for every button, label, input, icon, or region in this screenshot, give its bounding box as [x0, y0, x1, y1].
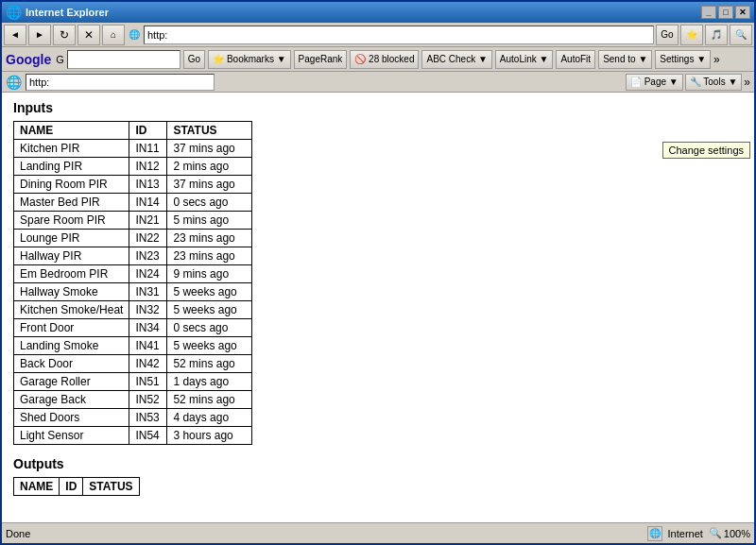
refresh-btn2[interactable]: ⭐	[680, 25, 703, 45]
table-cell: 5 mins ago	[167, 212, 252, 230]
table-cell: 52 mins ago	[167, 391, 252, 409]
table-row: Master Bed PIRIN140 secs ago	[14, 194, 252, 212]
table-cell: IN21	[129, 212, 167, 230]
window-title: Internet Explorer	[26, 7, 109, 18]
address-input[interactable]	[147, 29, 650, 41]
address-label: 🌐	[129, 29, 140, 40]
expand-links-icon: »	[744, 76, 750, 89]
table-cell: IN34	[129, 319, 167, 337]
table-row: Spare Room PIRIN215 mins ago	[14, 212, 252, 230]
expand-icon: »	[713, 53, 720, 66]
table-cell: 37 mins ago	[167, 140, 252, 158]
table-cell: Shed Doors	[14, 409, 129, 427]
address-bar[interactable]	[144, 26, 654, 44]
table-cell: IN41	[129, 337, 167, 355]
stop-button[interactable]: ✕	[77, 25, 100, 45]
table-cell: Garage Roller	[14, 373, 129, 391]
autofit-button[interactable]: AutoFit	[556, 50, 595, 69]
table-cell: Kitchen Smoke/Heat	[14, 301, 129, 319]
table-cell: Landing Smoke	[14, 337, 129, 355]
send-button[interactable]: Send to ▼	[598, 50, 652, 69]
table-row: Back DoorIN4252 mins ago	[14, 355, 252, 373]
check-button[interactable]: ABC Check ▼	[421, 50, 491, 69]
status-left: Done	[6, 528, 30, 539]
home-button[interactable]: ⌂	[102, 25, 125, 45]
table-cell: Back Door	[14, 355, 129, 373]
table-cell: Lounge PIR	[14, 230, 129, 247]
table-cell: 5 weeks ago	[167, 337, 252, 355]
table-cell: 3 hours ago	[167, 427, 252, 445]
table-cell: Dining Room PIR	[14, 176, 129, 194]
table-row: Shed DoorsIN534 days ago	[14, 409, 252, 427]
table-cell: 52 mins ago	[167, 355, 252, 373]
zoom-label: 🔍	[709, 527, 722, 539]
title-bar-icon: 🌐 Internet Explorer	[6, 5, 109, 20]
table-cell: Front Door	[14, 319, 129, 337]
go-button[interactable]: Go	[656, 25, 679, 45]
table-row: Hallway PIRIN2323 mins ago	[14, 247, 252, 265]
table-row: Garage RollerIN511 days ago	[14, 373, 252, 391]
google-search-input[interactable]	[67, 50, 180, 69]
table-cell: 0 secs ago	[167, 194, 252, 212]
maximize-button[interactable]: □	[718, 6, 733, 19]
blocked-button[interactable]: 🚫 28 blocked	[350, 50, 419, 69]
table-cell: IN24	[129, 265, 167, 283]
table-cell: IN12	[129, 158, 167, 176]
close-button[interactable]: ✕	[735, 6, 750, 19]
title-bar: 🌐 Internet Explorer _ □ ✕	[2, 2, 754, 23]
done-label: Done	[6, 528, 30, 539]
forward-button[interactable]: ►	[28, 25, 51, 45]
network-icon: 🌐	[647, 526, 662, 541]
back-button[interactable]: ◄	[4, 25, 26, 45]
table-cell: 4 days ago	[167, 409, 252, 427]
minimize-button[interactable]: _	[701, 6, 716, 19]
table-cell: 5 weeks ago	[167, 301, 252, 319]
google-bookmarks-button[interactable]: ⭐ Bookmarks ▼	[208, 50, 290, 69]
out-col-header-status: STATUS	[83, 478, 139, 496]
table-cell: IN42	[129, 355, 167, 373]
col-header-id: ID	[129, 122, 167, 140]
links-input[interactable]	[26, 74, 215, 91]
window-controls: _ □ ✕	[701, 6, 750, 19]
table-row: Garage BackIN5252 mins ago	[14, 391, 252, 409]
table-cell: IN53	[129, 409, 167, 427]
table-cell: 9 mins ago	[167, 265, 252, 283]
table-row: Lounge PIRIN2223 mins ago	[14, 230, 252, 247]
pagerank-button[interactable]: PageRank	[294, 50, 348, 69]
tools-button[interactable]: 🔧 Tools ▼	[685, 74, 743, 91]
inputs-section-title: Inputs	[13, 100, 743, 115]
google-go-button[interactable]: Go	[183, 50, 205, 69]
table-cell: Hallway PIR	[14, 247, 129, 265]
settings-button[interactable]: Settings ▼	[655, 50, 711, 69]
google-logo: Google	[6, 52, 51, 67]
table-row: Light SensorIN543 hours ago	[14, 427, 252, 445]
col-header-status: STATUS	[167, 122, 252, 140]
table-cell: IN11	[129, 140, 167, 158]
table-row: Landing PIRIN122 mins ago	[14, 158, 252, 176]
google-toolbar: Google G Go ⭐ Bookmarks ▼ PageRank 🚫 28 …	[2, 47, 754, 72]
internet-label: Internet	[668, 528, 703, 539]
table-row: Kitchen Smoke/HeatIN325 weeks ago	[14, 301, 252, 319]
table-cell: Spare Room PIR	[14, 212, 129, 230]
table-row: Hallway SmokeIN315 weeks ago	[14, 283, 252, 301]
table-row: Em Bedroom PIRIN249 mins ago	[14, 265, 252, 283]
table-cell: Kitchen PIR	[14, 140, 129, 158]
content-area: Inputs NAME ID STATUS Kitchen PIRIN1137 …	[2, 93, 754, 522]
page-button[interactable]: 📄 Page ▼	[626, 74, 683, 91]
refresh-button[interactable]: ↻	[53, 25, 76, 45]
table-cell: Light Sensor	[14, 427, 129, 445]
table-row: Dining Room PIRIN1337 mins ago	[14, 176, 252, 194]
table-cell: 1 days ago	[167, 373, 252, 391]
search-button[interactable]: 🔍	[730, 25, 752, 45]
outputs-section-title: Outputs	[13, 456, 743, 471]
out-col-header-id: ID	[60, 478, 83, 496]
table-cell: IN54	[129, 427, 167, 445]
inputs-table-header-row: NAME ID STATUS	[14, 122, 252, 140]
google-g-label: G	[56, 54, 64, 65]
autolink-button[interactable]: AutoLink ▼	[495, 50, 554, 69]
table-row: Landing SmokeIN415 weeks ago	[14, 337, 252, 355]
table-cell: 5 weeks ago	[167, 283, 252, 301]
table-cell: Em Bedroom PIR	[14, 265, 129, 283]
table-cell: IN13	[129, 176, 167, 194]
media-button[interactable]: 🎵	[705, 25, 728, 45]
